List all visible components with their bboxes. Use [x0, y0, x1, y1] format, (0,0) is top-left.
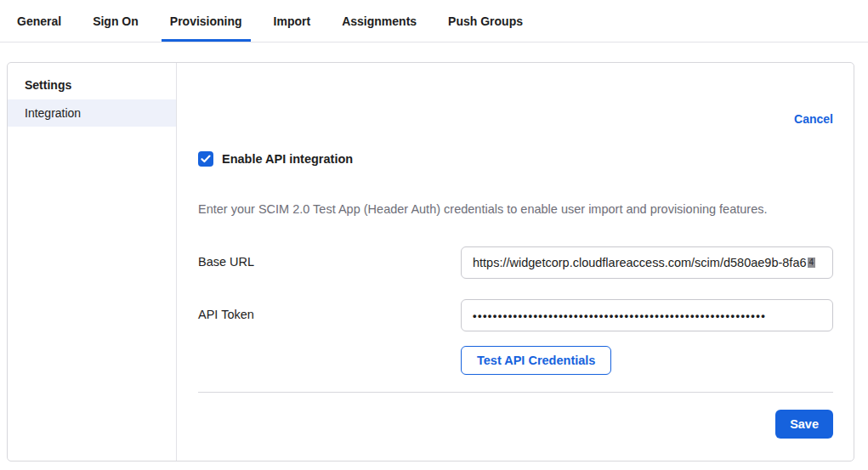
tab-assignments[interactable]: Assignments: [333, 0, 425, 42]
base-url-row: Base URL https://widgetcorp.cloudflareac…: [198, 246, 833, 279]
api-token-label: API Token: [198, 299, 461, 321]
sidebar-heading: Settings: [8, 71, 176, 99]
base-url-input[interactable]: https://widgetcorp.cloudflareaccess.com/…: [461, 246, 833, 279]
provisioning-panel: Settings Integration Cancel Enable API i…: [7, 62, 854, 462]
save-button[interactable]: Save: [775, 410, 833, 439]
tab-provisioning[interactable]: Provisioning: [162, 0, 251, 42]
footer-divider: [198, 392, 833, 393]
api-token-masked-value: ••••••••••••••••••••••••••••••••••••••••…: [473, 309, 766, 322]
enable-api-checkbox[interactable]: [198, 151, 213, 167]
cancel-link[interactable]: Cancel: [794, 112, 833, 126]
api-token-input[interactable]: ••••••••••••••••••••••••••••••••••••••••…: [461, 299, 833, 331]
test-credentials-row: Test API Credentials: [461, 346, 833, 375]
settings-sidebar: Settings Integration: [8, 63, 177, 461]
sidebar-item-integration[interactable]: Integration: [8, 99, 176, 127]
tab-general[interactable]: General: [9, 0, 70, 42]
base-url-label: Base URL: [198, 246, 461, 269]
api-token-row: API Token ••••••••••••••••••••••••••••••…: [198, 299, 833, 331]
test-api-credentials-button[interactable]: Test API Credentials: [461, 346, 611, 375]
tab-import[interactable]: Import: [265, 0, 320, 42]
tab-sign-on[interactable]: Sign On: [84, 0, 147, 42]
integration-settings-form: Cancel Enable API integration Enter your…: [177, 63, 854, 461]
base-url-value: https://widgetcorp.cloudflareaccess.com/…: [473, 256, 807, 269]
base-url-selection-tail: 4: [808, 258, 816, 268]
enable-api-row: Enable API integration: [198, 151, 833, 167]
checkmark-icon: [201, 155, 211, 163]
tab-push-groups[interactable]: Push Groups: [440, 0, 531, 42]
cancel-row: Cancel: [198, 111, 833, 127]
credentials-description: Enter your SCIM 2.0 Test App (Header Aut…: [198, 202, 833, 216]
app-tab-bar: General Sign On Provisioning Import Assi…: [0, 0, 868, 42]
save-row: Save: [198, 410, 833, 439]
enable-api-checkbox-label: Enable API integration: [222, 152, 353, 166]
